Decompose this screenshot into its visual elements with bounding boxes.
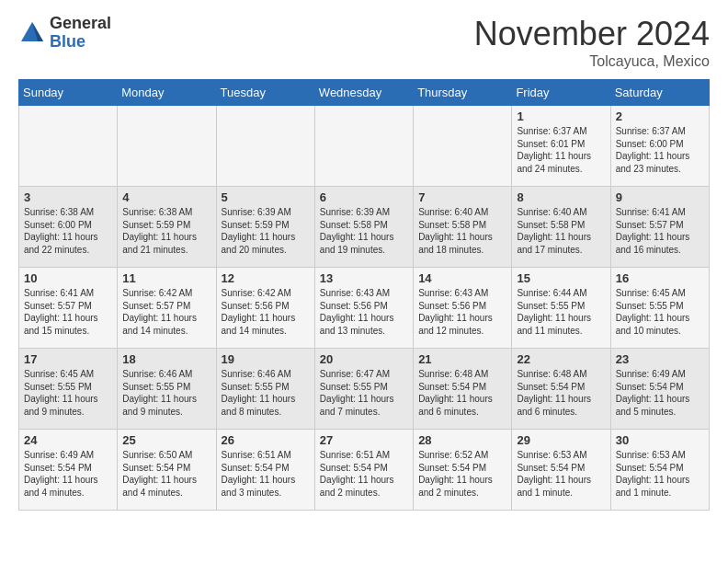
day-info: Sunrise: 6:45 AM Sunset: 5:55 PM Dayligh… [24,368,112,418]
day-info: Sunrise: 6:47 AM Sunset: 5:55 PM Dayligh… [320,368,408,418]
calendar-cell: 27Sunrise: 6:51 AM Sunset: 5:54 PM Dayli… [314,430,413,511]
day-info: Sunrise: 6:53 AM Sunset: 5:54 PM Dayligh… [616,449,704,499]
day-info: Sunrise: 6:53 AM Sunset: 5:54 PM Dayligh… [517,449,605,499]
day-info: Sunrise: 6:41 AM Sunset: 5:57 PM Dayligh… [24,287,112,337]
calendar-cell: 15Sunrise: 6:44 AM Sunset: 5:55 PM Dayli… [512,268,610,349]
calendar-cell: 26Sunrise: 6:51 AM Sunset: 5:54 PM Dayli… [216,430,314,511]
day-number: 23 [616,352,704,366]
month-title: November 2024 [474,15,710,53]
day-of-week-header: Sunday [19,80,118,106]
calendar-cell: 28Sunrise: 6:52 AM Sunset: 5:54 PM Dayli… [414,430,512,511]
day-number: 30 [616,433,704,447]
day-info: Sunrise: 6:46 AM Sunset: 5:55 PM Dayligh… [122,368,210,418]
day-info: Sunrise: 6:44 AM Sunset: 5:55 PM Dayligh… [517,287,605,337]
calendar-cell: 22Sunrise: 6:48 AM Sunset: 5:54 PM Dayli… [512,349,610,430]
location-subtitle: Tolcayuca, Mexico [474,53,710,70]
calendar-cell: 21Sunrise: 6:48 AM Sunset: 5:54 PM Dayli… [414,349,512,430]
day-number: 18 [122,352,210,366]
day-info: Sunrise: 6:49 AM Sunset: 5:54 PM Dayligh… [616,368,704,418]
day-number: 17 [24,352,112,366]
calendar-cell: 7Sunrise: 6:40 AM Sunset: 5:58 PM Daylig… [414,187,512,268]
day-number: 6 [320,190,408,204]
day-number: 13 [320,271,408,285]
calendar-week-row: 1Sunrise: 6:37 AM Sunset: 6:01 PM Daylig… [19,106,710,187]
logo-general-text: General [50,15,111,33]
logo-text: General Blue [50,15,111,52]
calendar-cell: 17Sunrise: 6:45 AM Sunset: 5:55 PM Dayli… [19,349,118,430]
calendar-cell: 11Sunrise: 6:42 AM Sunset: 5:57 PM Dayli… [118,268,216,349]
logo-blue-text: Blue [50,33,111,52]
logo: General Blue [18,15,111,52]
day-of-week-header: Monday [118,80,216,106]
day-number: 16 [616,271,704,285]
day-info: Sunrise: 6:49 AM Sunset: 5:54 PM Dayligh… [24,449,112,499]
day-number: 19 [222,352,310,366]
day-of-week-header: Wednesday [314,80,413,106]
calendar-header-row: SundayMondayTuesdayWednesdayThursdayFrid… [19,80,710,106]
day-number: 1 [517,109,605,123]
calendar-cell: 29Sunrise: 6:53 AM Sunset: 5:54 PM Dayli… [512,430,610,511]
day-info: Sunrise: 6:43 AM Sunset: 5:56 PM Dayligh… [320,287,408,337]
day-info: Sunrise: 6:41 AM Sunset: 5:57 PM Dayligh… [616,206,704,256]
calendar-week-row: 17Sunrise: 6:45 AM Sunset: 5:55 PM Dayli… [19,349,710,430]
calendar-cell: 3Sunrise: 6:38 AM Sunset: 6:00 PM Daylig… [19,187,118,268]
calendar-cell [19,106,118,187]
calendar-cell: 14Sunrise: 6:43 AM Sunset: 5:56 PM Dayli… [414,268,512,349]
calendar-cell: 25Sunrise: 6:50 AM Sunset: 5:54 PM Dayli… [118,430,216,511]
day-info: Sunrise: 6:46 AM Sunset: 5:55 PM Dayligh… [222,368,310,418]
day-number: 8 [517,190,605,204]
day-info: Sunrise: 6:43 AM Sunset: 5:56 PM Dayligh… [418,287,506,337]
calendar-cell: 30Sunrise: 6:53 AM Sunset: 5:54 PM Dayli… [610,430,709,511]
day-info: Sunrise: 6:42 AM Sunset: 5:56 PM Dayligh… [222,287,310,337]
day-number: 14 [418,271,506,285]
calendar-cell: 1Sunrise: 6:37 AM Sunset: 6:01 PM Daylig… [512,106,610,187]
day-number: 11 [122,271,210,285]
day-info: Sunrise: 6:48 AM Sunset: 5:54 PM Dayligh… [517,368,605,418]
day-info: Sunrise: 6:39 AM Sunset: 5:58 PM Dayligh… [320,206,408,256]
day-number: 29 [517,433,605,447]
day-number: 24 [24,433,112,447]
logo-icon [18,19,46,47]
day-number: 7 [418,190,506,204]
day-info: Sunrise: 6:40 AM Sunset: 5:58 PM Dayligh… [517,206,605,256]
calendar-cell: 24Sunrise: 6:49 AM Sunset: 5:54 PM Dayli… [19,430,118,511]
calendar-week-row: 24Sunrise: 6:49 AM Sunset: 5:54 PM Dayli… [19,430,710,511]
page-header: General Blue November 2024 Tolcayuca, Me… [18,15,710,70]
day-number: 5 [222,190,310,204]
day-of-week-header: Thursday [414,80,512,106]
calendar-cell [314,106,413,187]
day-number: 28 [418,433,506,447]
day-info: Sunrise: 6:45 AM Sunset: 5:55 PM Dayligh… [616,287,704,337]
calendar-cell: 23Sunrise: 6:49 AM Sunset: 5:54 PM Dayli… [610,349,709,430]
day-info: Sunrise: 6:38 AM Sunset: 5:59 PM Dayligh… [122,206,210,256]
calendar-table: SundayMondayTuesdayWednesdayThursdayFrid… [18,79,710,511]
day-number: 22 [517,352,605,366]
day-number: 3 [24,190,112,204]
day-number: 4 [122,190,210,204]
day-number: 9 [616,190,704,204]
day-info: Sunrise: 6:37 AM Sunset: 6:01 PM Dayligh… [517,125,605,175]
calendar-cell: 19Sunrise: 6:46 AM Sunset: 5:55 PM Dayli… [216,349,314,430]
calendar-cell: 10Sunrise: 6:41 AM Sunset: 5:57 PM Dayli… [19,268,118,349]
day-info: Sunrise: 6:39 AM Sunset: 5:59 PM Dayligh… [222,206,310,256]
day-number: 2 [616,109,704,123]
day-info: Sunrise: 6:38 AM Sunset: 6:00 PM Dayligh… [24,206,112,256]
day-number: 25 [122,433,210,447]
day-info: Sunrise: 6:48 AM Sunset: 5:54 PM Dayligh… [418,368,506,418]
day-of-week-header: Friday [512,80,610,106]
calendar-cell: 8Sunrise: 6:40 AM Sunset: 5:58 PM Daylig… [512,187,610,268]
day-info: Sunrise: 6:40 AM Sunset: 5:58 PM Dayligh… [418,206,506,256]
day-of-week-header: Saturday [610,80,709,106]
calendar-cell [216,106,314,187]
day-info: Sunrise: 6:51 AM Sunset: 5:54 PM Dayligh… [320,449,408,499]
day-of-week-header: Tuesday [216,80,314,106]
day-number: 26 [222,433,310,447]
calendar-cell: 12Sunrise: 6:42 AM Sunset: 5:56 PM Dayli… [216,268,314,349]
calendar-cell: 9Sunrise: 6:41 AM Sunset: 5:57 PM Daylig… [610,187,709,268]
calendar-cell: 6Sunrise: 6:39 AM Sunset: 5:58 PM Daylig… [314,187,413,268]
day-number: 12 [222,271,310,285]
day-number: 27 [320,433,408,447]
day-number: 15 [517,271,605,285]
day-number: 21 [418,352,506,366]
day-info: Sunrise: 6:51 AM Sunset: 5:54 PM Dayligh… [222,449,310,499]
